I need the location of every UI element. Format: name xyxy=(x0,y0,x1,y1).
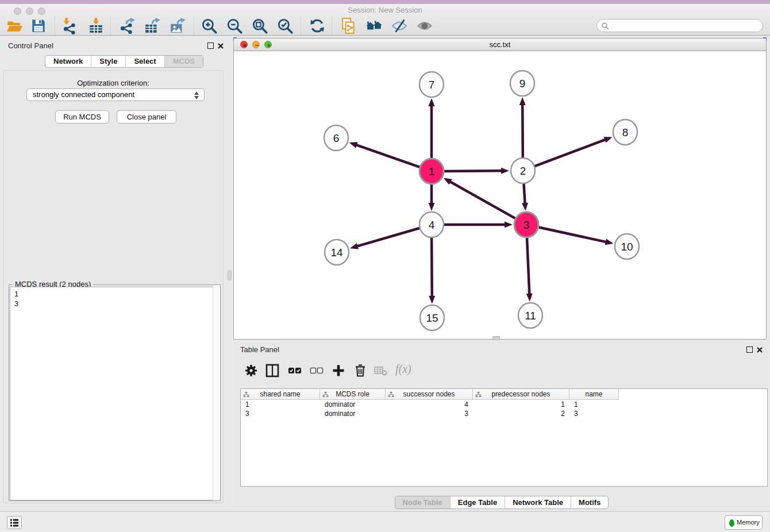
zoom-in-icon[interactable] xyxy=(201,17,218,34)
tab-node-table[interactable]: Node Table xyxy=(395,496,450,508)
table-panel-float-button[interactable] xyxy=(746,346,753,353)
network-maximize-button[interactable] xyxy=(264,41,272,48)
show-columns-icon[interactable] xyxy=(265,363,280,378)
run-mcds-button[interactable]: Run MCDS xyxy=(55,110,109,124)
show-all-icon[interactable] xyxy=(416,17,433,34)
column-header-name[interactable]: name xyxy=(569,389,619,399)
delete-column-icon[interactable] xyxy=(353,363,368,378)
zoom-fit-icon[interactable] xyxy=(251,17,268,34)
table-row[interactable]: 3dominator323 xyxy=(241,409,767,418)
table-cell: 3 xyxy=(386,409,473,418)
graph-node-10[interactable]: 10 xyxy=(615,234,639,259)
criterion-value: strongly connected component xyxy=(33,90,134,99)
table-cell: 1 xyxy=(473,400,569,409)
node-table: shared nameMCDS rolesuccessor nodesprede… xyxy=(240,388,768,487)
network-bottom-splitter-handle[interactable] xyxy=(492,336,500,340)
delete-table-icon[interactable] xyxy=(374,363,388,378)
optimization-criterion-label: Optimization criterion: xyxy=(3,79,223,87)
svg-text:2: 2 xyxy=(520,165,526,177)
graph-node-1[interactable]: 1 xyxy=(419,159,444,184)
table-panel-close-icon[interactable] xyxy=(756,346,763,353)
svg-text:6: 6 xyxy=(333,132,340,144)
column-header-predecessor-nodes[interactable]: predecessor nodes xyxy=(473,389,569,399)
table-settings-icon[interactable] xyxy=(244,363,259,378)
network-close-button[interactable] xyxy=(240,41,248,48)
zoom-out-icon[interactable] xyxy=(226,17,243,34)
tab-motifs[interactable]: Motifs xyxy=(571,496,608,508)
graph-node-11[interactable]: 11 xyxy=(518,303,542,328)
select-all-icon[interactable] xyxy=(287,363,302,378)
close-window-button[interactable] xyxy=(14,7,21,15)
graph-node-2[interactable]: 2 xyxy=(511,158,535,183)
svg-text:8: 8 xyxy=(622,126,629,138)
result-scrollbar[interactable] xyxy=(213,285,220,500)
export-image-icon[interactable] xyxy=(169,17,186,34)
zoom-selected-icon[interactable] xyxy=(276,17,294,34)
graph-node-7[interactable]: 7 xyxy=(419,72,444,97)
zoom-window-button[interactable] xyxy=(38,7,45,15)
tab-network[interactable]: Network xyxy=(45,56,91,67)
search-input[interactable] xyxy=(612,20,759,31)
import-table-icon[interactable] xyxy=(87,17,105,34)
svg-text:10: 10 xyxy=(621,241,633,253)
memory-status-icon xyxy=(729,519,734,527)
tab-edge-table[interactable]: Edge Table xyxy=(450,496,505,508)
network-from-selection-icon[interactable] xyxy=(340,17,357,34)
control-panel-title: Control Panel xyxy=(8,41,53,50)
export-network-icon[interactable] xyxy=(118,17,136,34)
table-cell: 3 xyxy=(569,409,619,418)
table-header-row: shared nameMCDS rolesuccessor nodesprede… xyxy=(241,389,619,400)
tab-mcds[interactable]: MCDS xyxy=(164,56,203,67)
network-graph-canvas[interactable]: 1234678910111415 xyxy=(234,52,766,339)
list-icon xyxy=(7,516,21,529)
save-session-icon[interactable] xyxy=(30,17,47,34)
graph-node-6[interactable]: 6 xyxy=(324,125,348,151)
control-panel-close-icon[interactable] xyxy=(217,43,224,49)
open-file-icon[interactable] xyxy=(6,17,23,34)
apply-layout-icon[interactable] xyxy=(309,17,326,34)
svg-text:9: 9 xyxy=(519,78,526,90)
graph-node-4[interactable]: 4 xyxy=(419,212,444,237)
import-network-icon[interactable] xyxy=(61,17,78,34)
table-cell: dominator xyxy=(320,400,386,409)
search-icon xyxy=(602,22,609,30)
column-header-successor-nodes[interactable]: successor nodes xyxy=(386,389,473,399)
table-cell: 4 xyxy=(386,400,473,409)
network-window: scc.txt 1234678910111415 xyxy=(233,38,767,340)
minimize-window-button[interactable] xyxy=(26,7,33,15)
hide-selected-icon[interactable] xyxy=(391,17,408,34)
tab-style[interactable]: Style xyxy=(91,56,125,67)
graph-node-3[interactable]: 3 xyxy=(514,212,538,237)
column-header-MCDS-role[interactable]: MCDS role xyxy=(320,389,386,399)
control-panel-float-button[interactable] xyxy=(207,43,214,49)
network-minimize-button[interactable] xyxy=(252,41,260,48)
control-panel-tabs: Network Style Select MCDS xyxy=(45,55,203,68)
reset-view-icon[interactable] xyxy=(365,17,383,34)
close-panel-button[interactable]: Close panel xyxy=(117,110,176,124)
panel-splitter-handle[interactable] xyxy=(228,270,232,280)
function-builder-icon[interactable]: f(x) xyxy=(395,363,411,376)
table-tab-bar: Node Table Edge Table Network Table Moti… xyxy=(233,496,770,509)
graph-node-8[interactable]: 8 xyxy=(613,119,637,145)
tab-select[interactable]: Select xyxy=(125,56,164,67)
window-title: Session: New Session xyxy=(0,6,770,14)
graph-node-9[interactable]: 9 xyxy=(510,71,534,96)
mcds-result-text[interactable]: 1 3 xyxy=(10,287,220,500)
toolbar-separator xyxy=(55,17,55,36)
table-cell: 1 xyxy=(241,400,320,409)
graph-node-15[interactable]: 15 xyxy=(420,305,444,330)
tab-network-table[interactable]: Network Table xyxy=(505,496,571,508)
network-window-titlebar[interactable]: scc.txt xyxy=(234,38,766,51)
export-table-icon[interactable] xyxy=(144,17,161,34)
svg-text:7: 7 xyxy=(429,79,435,91)
column-header-shared-name[interactable]: shared name xyxy=(241,389,320,399)
status-menu-button[interactable] xyxy=(7,516,22,529)
toolbar-separator xyxy=(301,17,301,36)
memory-button[interactable]: Memory xyxy=(725,515,763,530)
criterion-dropdown[interactable]: strongly connected component xyxy=(26,88,205,101)
table-row[interactable]: 1dominator411 xyxy=(241,400,767,409)
svg-text:4: 4 xyxy=(429,219,435,231)
create-column-icon[interactable] xyxy=(331,363,346,378)
deselect-all-icon[interactable] xyxy=(309,363,324,378)
graph-node-14[interactable]: 14 xyxy=(325,240,349,265)
